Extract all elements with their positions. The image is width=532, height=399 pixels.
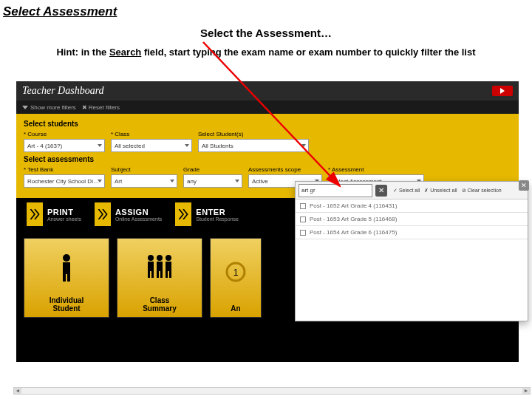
grade-dropdown[interactable]: any [183,174,242,188]
svg-text:1: 1 [233,267,239,278]
class-dropdown[interactable]: All selected [111,139,192,152]
scope-label: Assessments scope [248,166,322,173]
svg-point-5 [148,255,154,261]
students-label: Select Student(s) [198,131,309,137]
svg-point-13 [166,255,171,261]
enter-sub: Student Response [196,216,239,222]
svg-point-9 [157,255,163,261]
scroll-track[interactable] [21,388,522,394]
show-filters-link[interactable]: Show more filters [22,104,76,111]
chevron-right-icon [95,202,111,226]
bank-dropdown[interactable]: Rochester City School Di… [24,174,105,188]
svg-rect-3 [63,274,66,282]
class-summary-tile[interactable]: ClassSummary [117,238,202,318]
hint-post: field, start typing the exam name or exa… [141,47,475,58]
svg-rect-10 [157,262,163,271]
checkbox[interactable] [300,203,306,209]
course-label: * Course [24,131,105,137]
svg-rect-2 [63,262,70,274]
subject-dropdown[interactable]: Art [111,174,177,188]
checkbox[interactable] [300,230,306,236]
svg-rect-15 [166,271,168,278]
badge-icon: 1 [225,239,247,304]
doc-heading: Select Assessment [0,0,532,21]
subject-label: Subject [111,166,177,173]
svg-point-1 [63,254,70,262]
list-item[interactable]: Post - 1654 Art Grade 6 (116475) [296,226,528,239]
assessment-list: Post - 1652 Art Grade 4 (116431) Post - … [296,200,528,239]
checkbox[interactable] [300,216,306,222]
hint-text: Hint: in the Search field, start typing … [0,47,532,58]
popup-toolbar: art gr ✕ Select all Unselect all Clear s… [296,182,528,200]
class-label: * Class [111,131,192,137]
assessment-label: * Assessment [328,166,424,173]
svg-rect-4 [67,274,70,282]
course-dropdown[interactable]: Art - 4 (163?) [24,139,105,152]
tile-label: An [231,304,240,313]
assign-title: ASSIGN [115,208,162,216]
grade-label: Grade [183,166,242,173]
scroll-right-button[interactable]: ► [522,388,530,394]
chevron-right-icon [27,202,43,226]
doc-subtitle: Select the Assessment… [0,27,532,39]
people-icon [143,239,176,296]
search-input[interactable]: art gr [299,184,372,197]
print-button[interactable]: PRINTAnswer sheets [24,198,92,231]
horizontal-scrollbar[interactable]: ◄ ► [13,387,531,395]
unselect-all-link[interactable]: Unselect all [424,188,457,194]
assign-button[interactable]: ASSIGNOnline Assessments [92,198,172,231]
enter-title: ENTER [196,208,239,216]
close-icon: ✖ [82,104,87,111]
students-section-label: Select students [24,120,511,128]
print-sub: Answer sheets [47,216,81,222]
item-label: Post - 1654 Art Grade 6 (116475) [310,229,397,236]
person-icon [58,239,75,296]
hint-highlight: Search [109,47,141,58]
bank-label: * Test Bank [24,166,105,173]
svg-rect-12 [160,271,163,278]
app-title: Teacher Dashboard [22,85,104,97]
tile-3[interactable]: 1 An [210,238,262,318]
clear-selection-link[interactable]: Clear selection [462,188,502,194]
hint-pre: Hint: in the [56,47,109,58]
chevron-right-icon [175,202,191,226]
list-item[interactable]: Post - 1653 Art Grade 5 (116468) [296,213,528,226]
youtube-icon[interactable] [492,86,513,96]
assign-sub: Online Assessments [115,216,162,222]
chevron-down-icon [22,106,28,109]
svg-rect-14 [166,262,171,271]
individual-student-tile[interactable]: IndividualStudent [24,238,109,318]
filter-bar: Show more filters ✖Reset filters [16,100,519,114]
tile-label: ClassSummary [143,296,177,313]
reset-filters-link[interactable]: ✖Reset filters [82,104,120,111]
svg-rect-6 [148,262,154,271]
print-title: PRINT [47,208,81,216]
svg-rect-11 [157,271,159,278]
assessments-section-label: Select assessments [24,155,511,163]
tile-label: IndividualStudent [50,296,84,313]
enter-button[interactable]: ENTERStudent Response [172,198,249,231]
students-dropdown[interactable]: All Students [198,139,309,152]
clear-search-button[interactable]: ✕ [375,185,387,197]
select-all-link[interactable]: Select all [393,188,420,194]
app-header: Teacher Dashboard [16,81,519,100]
svg-rect-7 [148,271,150,278]
assessment-picker-popup: ✕ art gr ✕ Select all Unselect all Clear… [295,181,528,321]
scroll-left-button[interactable]: ◄ [14,388,21,394]
svg-rect-16 [169,271,171,278]
item-label: Post - 1653 Art Grade 5 (116468) [310,216,397,222]
svg-rect-8 [151,271,154,278]
item-label: Post - 1652 Art Grade 4 (116431) [310,202,397,209]
list-item[interactable]: Post - 1652 Art Grade 4 (116431) [296,200,528,213]
popup-close-button[interactable]: ✕ [519,180,529,191]
